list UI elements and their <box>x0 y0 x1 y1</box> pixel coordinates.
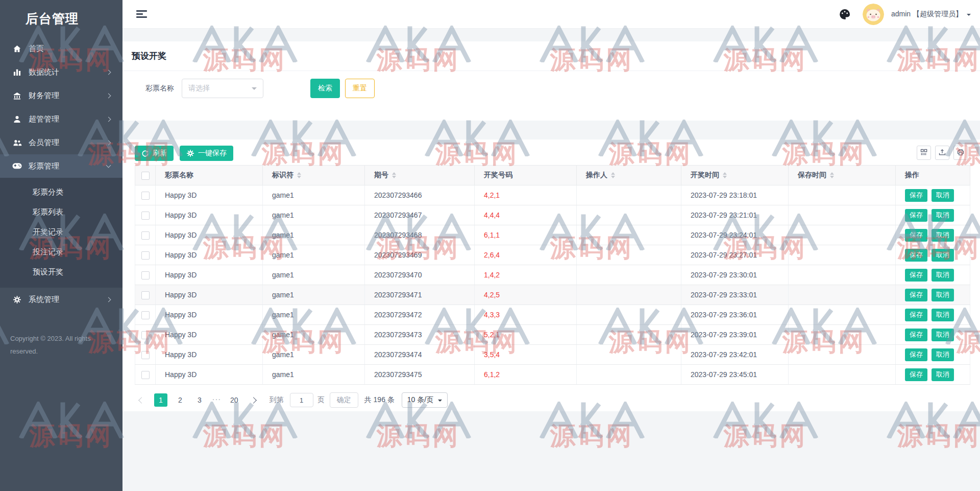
next-page-button[interactable] <box>247 393 260 407</box>
print-button[interactable] <box>953 146 968 160</box>
goto-confirm-button[interactable]: 确定 <box>330 392 358 408</box>
row-checkbox[interactable] <box>141 251 150 260</box>
gear-icon <box>12 295 22 305</box>
sort-icon[interactable] <box>830 172 834 178</box>
row-checkbox[interactable] <box>141 331 150 339</box>
save-all-button[interactable]: 一键保存 <box>180 146 233 161</box>
column-header: 操作 <box>896 166 970 185</box>
cell-save_time <box>789 265 896 285</box>
column-header[interactable]: 期号 <box>365 166 475 185</box>
cell-code: game1 <box>263 205 365 225</box>
row-checkbox[interactable] <box>141 212 150 220</box>
user-avatar[interactable] <box>863 4 884 25</box>
sidebar-item-label: 财务管理 <box>29 91 107 101</box>
row-checkbox[interactable] <box>141 271 150 279</box>
theme-palette-icon[interactable] <box>839 9 850 20</box>
cell-name: Happy 3D <box>156 365 263 385</box>
column-header-inner: 开奖时间 <box>691 171 788 180</box>
page-button[interactable]: 2 <box>174 393 187 407</box>
save-button[interactable]: 保存 <box>905 329 927 341</box>
cancel-button[interactable]: 取消 <box>932 209 954 222</box>
refresh-button[interactable]: 刷新 <box>135 146 174 161</box>
table-row: Happy 3Dgame12023072934686,1,12023-07-29… <box>135 225 970 245</box>
search-button[interactable]: 检索 <box>310 79 340 98</box>
cell-save_time <box>789 245 896 265</box>
export-button[interactable] <box>935 146 949 160</box>
sidebar-item-chart[interactable]: 数据统计 <box>0 60 122 84</box>
column-label: 标识符 <box>272 171 293 180</box>
save-button[interactable]: 保存 <box>905 269 927 282</box>
cancel-button[interactable]: 取消 <box>932 269 954 282</box>
goto-page-input[interactable] <box>290 393 313 407</box>
row-checkbox[interactable] <box>141 192 150 200</box>
sidebar-item-home[interactable]: 首页 <box>0 37 122 60</box>
sidebar-item-gamepad[interactable]: 彩票管理 <box>0 154 122 178</box>
column-header[interactable]: 操作人 <box>577 166 681 185</box>
save-button[interactable]: 保存 <box>905 229 927 242</box>
save-button[interactable]: 保存 <box>905 209 927 222</box>
sidebar-subitem[interactable]: 预设开奖 <box>0 262 122 282</box>
columns-icon <box>920 148 928 158</box>
save-button[interactable]: 保存 <box>905 249 927 262</box>
save-button[interactable]: 保存 <box>905 289 927 301</box>
save-button[interactable]: 保存 <box>905 368 927 381</box>
save-button[interactable]: 保存 <box>905 189 927 202</box>
sort-icon[interactable] <box>723 172 727 178</box>
cancel-button[interactable]: 取消 <box>932 289 954 301</box>
cancel-button[interactable]: 取消 <box>932 189 954 202</box>
cell-code: game1 <box>263 325 365 345</box>
sort-icon[interactable] <box>297 172 301 178</box>
page-button[interactable]: 20 <box>228 393 241 407</box>
row-checkbox[interactable] <box>141 291 150 299</box>
page-button[interactable]: 1 <box>154 393 167 407</box>
cell-period: 202307293468 <box>365 225 475 245</box>
cancel-button[interactable]: 取消 <box>932 348 954 361</box>
row-checkbox[interactable] <box>141 231 150 240</box>
sidebar-subitem[interactable]: 投注记录 <box>0 242 122 262</box>
user-dropdown-caret-icon[interactable] <box>967 14 971 18</box>
copyright-text: Copyright © 2023. All rights reserved. <box>0 332 122 358</box>
sort-icon[interactable] <box>392 172 396 178</box>
cancel-button[interactable]: 取消 <box>932 368 954 381</box>
sidebar-item-gear[interactable]: 系统管理 <box>0 288 122 311</box>
sidebar-item-bank[interactable]: 财务管理 <box>0 84 122 107</box>
sidebar-subitem[interactable]: 彩票分类 <box>0 182 122 202</box>
cancel-button[interactable]: 取消 <box>932 249 954 262</box>
menu-toggle-icon[interactable] <box>136 10 147 18</box>
column-header[interactable]: 开奖时间 <box>681 166 789 185</box>
cell-draw_time: 2023-07-29 23:42:01 <box>681 345 789 365</box>
save-button[interactable]: 保存 <box>905 348 927 361</box>
row-checkbox[interactable] <box>141 371 150 379</box>
page-size-select[interactable]: 10 条/页 <box>402 392 448 408</box>
save-button[interactable]: 保存 <box>905 309 927 321</box>
reset-button[interactable]: 重置 <box>345 79 375 98</box>
cell-draw_time: 2023-07-29 23:21:01 <box>681 205 789 225</box>
cancel-button[interactable]: 取消 <box>932 229 954 242</box>
column-header[interactable]: 保存时间 <box>789 166 896 185</box>
users-icon <box>12 138 22 148</box>
sidebar-subitem[interactable]: 开奖记录 <box>0 222 122 242</box>
lottery-name-select[interactable]: 请选择 <box>182 79 263 98</box>
cell-code: game1 <box>263 265 365 285</box>
page-button[interactable]: 3 <box>193 393 206 407</box>
cell-save_time <box>789 325 896 345</box>
row-checkbox[interactable] <box>141 311 150 319</box>
cell-name: Happy 3D <box>156 345 263 365</box>
prev-page-button[interactable] <box>135 393 148 407</box>
sidebar-item-label: 首页 <box>29 44 110 54</box>
sidebar-item-user[interactable]: 超管管理 <box>0 107 122 131</box>
column-header[interactable]: 标识符 <box>263 166 365 185</box>
sort-icon[interactable] <box>611 172 615 178</box>
sidebar-subitem[interactable]: 彩票列表 <box>0 202 122 222</box>
row-checkbox-cell <box>135 265 156 285</box>
row-checkbox-cell <box>135 365 156 385</box>
cancel-button[interactable]: 取消 <box>932 309 954 321</box>
username[interactable]: admin 【超级管理员】 <box>891 10 963 19</box>
columns-button[interactable] <box>917 146 931 160</box>
table-header-row: 彩票名称标识符期号开奖号码操作人开奖时间保存时间操作 <box>135 166 970 185</box>
row-checkbox[interactable] <box>141 351 150 359</box>
cancel-button[interactable]: 取消 <box>932 329 954 341</box>
select-all-checkbox[interactable] <box>141 172 150 180</box>
sidebar-item-users[interactable]: 会员管理 <box>0 131 122 154</box>
page-ellipsis: ... <box>212 393 222 407</box>
